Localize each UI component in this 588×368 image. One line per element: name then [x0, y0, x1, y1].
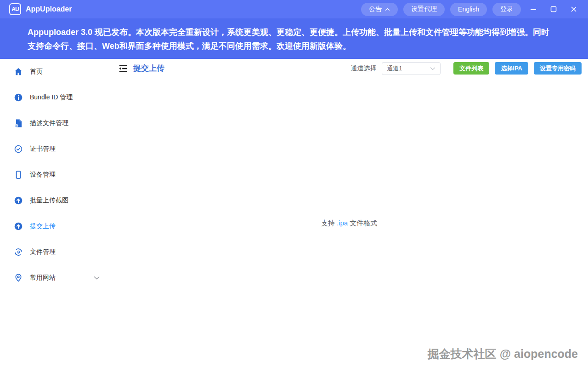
community-watermark: 掘金技术社区 @ aiopencode — [428, 346, 578, 362]
profile-file-icon — [14, 119, 23, 128]
file-sync-icon — [14, 247, 23, 257]
close-icon — [571, 6, 577, 12]
location-pin-icon — [14, 273, 23, 282]
sidebar-item-label: 文件管理 — [30, 248, 56, 256]
sidebar-item-file-management[interactable]: 文件管理 — [0, 239, 110, 265]
upload-drop-area[interactable]: 支持 .ipa 文件格式 — [110, 78, 588, 368]
ipa-format-hint: 支持 .ipa 文件格式 — [321, 219, 378, 228]
sidebar-item-bundle-id[interactable]: Bundle ID 管理 — [0, 85, 110, 110]
choose-ipa-button[interactable]: 选择IPA — [495, 62, 528, 75]
sidebar-item-home[interactable]: 首页 — [0, 59, 110, 85]
announcement-label: 公告 — [369, 5, 382, 13]
hint-ipa-extension: .ipa — [337, 219, 348, 227]
sidebar: 首页 Bundle ID 管理 描述文件管理 — [0, 59, 110, 368]
close-button[interactable] — [566, 2, 582, 16]
login-button[interactable]: 登录 — [492, 3, 521, 16]
sidebar-item-profiles[interactable]: 描述文件管理 — [0, 110, 110, 136]
sidebar-item-label: 证书管理 — [30, 145, 56, 153]
app-title: AppUploader — [26, 5, 72, 13]
proxy-settings-button[interactable]: 设置代理 — [403, 3, 445, 16]
sidebar-item-label: 提交上传 — [30, 222, 56, 230]
chevron-up-icon — [385, 8, 390, 11]
app-logo: AU — [9, 3, 21, 15]
body: 首页 Bundle ID 管理 描述文件管理 — [0, 59, 588, 368]
language-label: English — [458, 6, 479, 13]
channel-select-label: 通道选择 — [351, 64, 376, 73]
upload-circle-icon — [14, 222, 23, 231]
info-circle-icon — [14, 93, 23, 102]
sidebar-item-common-sites[interactable]: 常用网站 — [0, 265, 110, 291]
maximize-icon — [550, 6, 557, 12]
sidebar-item-label: 批量上传截图 — [30, 196, 68, 205]
channel-select-value: 通道1 — [387, 64, 402, 73]
proxy-settings-label: 设置代理 — [411, 5, 437, 13]
hint-suffix: 文件格式 — [348, 219, 377, 227]
chevron-down-icon — [94, 276, 100, 280]
sidebar-collapse-button[interactable] — [118, 63, 129, 74]
announcement-banner: Appuploader 3.0 现已发布。本次版本完全重新设计，系统更美观、更稳… — [0, 18, 588, 59]
titlebar-actions: 公告 设置代理 English 登录 — [356, 2, 582, 16]
channel-select[interactable]: 通道1 — [382, 62, 441, 75]
minimize-icon — [530, 6, 537, 12]
file-list-button[interactable]: 文件列表 — [453, 62, 489, 75]
device-icon — [14, 170, 23, 179]
sidebar-item-certificates[interactable]: 证书管理 — [0, 136, 110, 162]
sidebar-item-label: 首页 — [30, 68, 43, 76]
main-panel: 提交上传 通道选择 通道1 文件列表 选择IPA 设置专用密码 支持 .ipa … — [110, 59, 588, 368]
header-toolbar: 通道选择 通道1 文件列表 选择IPA 设置专用密码 — [351, 62, 582, 75]
sidebar-item-devices[interactable]: 设备管理 — [0, 162, 110, 188]
page-title: 提交上传 — [133, 63, 164, 74]
sidebar-item-label: Bundle ID 管理 — [30, 93, 73, 102]
certificate-icon — [14, 144, 23, 154]
sidebar-item-batch-screenshots[interactable]: 批量上传截图 — [0, 188, 110, 213]
announcement-button[interactable]: 公告 — [361, 3, 398, 16]
upload-circle-icon — [14, 196, 23, 205]
titlebar: AU AppUploader 公告 设置代理 English 登录 — [0, 0, 588, 18]
main-header: 提交上传 通道选择 通道1 文件列表 选择IPA 设置专用密码 — [110, 59, 588, 78]
app-logo-text: AU — [11, 6, 18, 12]
language-button[interactable]: English — [450, 3, 487, 16]
sidebar-item-label: 描述文件管理 — [30, 119, 68, 127]
minimize-button[interactable] — [526, 2, 541, 16]
set-app-password-button[interactable]: 设置专用密码 — [534, 62, 582, 75]
maximize-button[interactable] — [546, 2, 561, 16]
login-label: 登录 — [500, 5, 513, 13]
sidebar-item-submit-upload[interactable]: 提交上传 — [0, 213, 110, 239]
menu-fold-icon — [118, 63, 128, 74]
sidebar-item-label: 设备管理 — [30, 171, 56, 179]
sidebar-item-label: 常用网站 — [30, 274, 56, 282]
home-icon — [14, 67, 23, 76]
hint-prefix: 支持 — [321, 219, 337, 227]
chevron-down-icon — [430, 67, 435, 70]
